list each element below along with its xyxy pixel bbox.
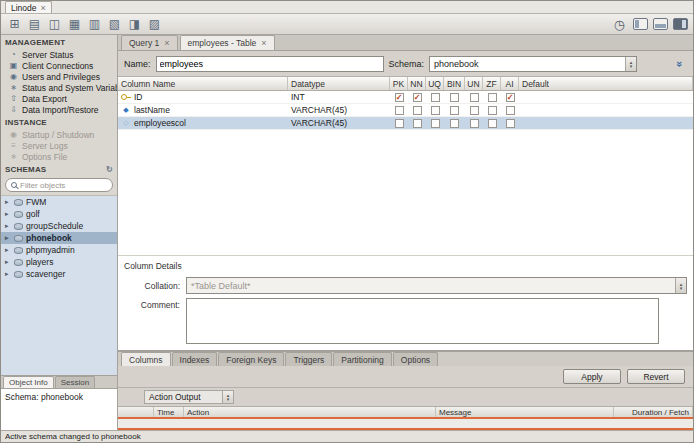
zf-checkbox[interactable] [488,119,497,128]
schema-item-fwm[interactable]: ▸ FWM [1,196,117,208]
nn-checkbox[interactable] [413,119,422,128]
sidebar-item-status-variables[interactable]: ∗ Status and System Variable [1,82,117,93]
combo-stepper-icon[interactable] [625,57,636,71]
create-table-icon[interactable]: ▥ [86,16,103,32]
tab-foreign-keys[interactable]: Foreign Keys [218,352,284,366]
combo-stepper-icon[interactable] [675,278,686,293]
bin-checkbox[interactable] [450,93,459,102]
tab-employees-table[interactable]: employees - Table [180,35,275,50]
expander-icon[interactable]: ▸ [5,234,11,242]
create-schema-icon[interactable]: ▦ [66,16,83,32]
schema-select[interactable]: phonebook [429,56,637,72]
close-icon[interactable] [164,38,169,48]
grid-empty-area[interactable] [118,130,693,255]
tab-query1[interactable]: Query 1 [121,35,178,50]
pk-checkbox[interactable]: ✓ [395,93,404,102]
tab-session[interactable]: Session [55,376,95,388]
close-icon[interactable] [41,3,46,13]
schema-item-phpmyadmin[interactable]: ▸ phpmyadmin [1,244,117,256]
ai-checkbox[interactable] [506,106,515,115]
comment-textarea[interactable] [186,298,659,344]
history-clock-icon[interactable]: ◷ [611,16,628,32]
expander-icon[interactable]: ▸ [5,258,11,266]
un-checkbox[interactable] [470,93,479,102]
output-list[interactable] [118,419,693,430]
inspector-icon[interactable]: ◫ [46,16,63,32]
tab-triggers[interactable]: Triggers [285,352,332,366]
tab-object-info[interactable]: Object Info [3,376,54,388]
toggle-secondary-sidebar-icon[interactable] [673,18,688,30]
header-un[interactable]: UN [465,77,483,90]
tab-columns[interactable]: Columns [121,352,171,366]
create-function-icon[interactable]: ▨ [146,16,163,32]
sidebar-item-server-logs[interactable]: ≡ Server Logs [1,140,117,151]
bin-checkbox[interactable] [450,119,459,128]
close-icon[interactable] [261,38,266,48]
output-header-duration[interactable]: Duration / Fetch [614,407,693,417]
collapse-editor-icon[interactable] [674,56,686,70]
sidebar-item-options-file[interactable]: ∗ Options File [1,151,117,162]
output-header-action[interactable]: Action [184,407,436,417]
pk-checkbox[interactable] [395,106,404,115]
header-nn[interactable]: NN [408,77,426,90]
column-row-lastname[interactable]: lastName VARCHAR(45) [118,104,693,117]
refresh-schemas-icon[interactable]: ↻ [106,165,113,174]
new-query-tab-icon[interactable]: ⊞ [6,16,23,32]
nn-checkbox[interactable]: ✓ [413,93,422,102]
tab-indexes[interactable]: Indexes [172,352,218,366]
column-row-id[interactable]: ID INT ✓ ✓ ✓ [118,91,693,104]
un-checkbox[interactable] [470,119,479,128]
combo-stepper-icon[interactable] [222,391,233,403]
schema-filter-input[interactable] [20,181,107,190]
sidebar-item-client-connections[interactable]: ▣ Client Connections [1,60,117,71]
revert-button[interactable]: Revert [627,369,685,384]
un-checkbox[interactable] [470,106,479,115]
ai-checkbox[interactable] [506,119,515,128]
schema-item-phonebook[interactable]: ▸ phonebook [1,232,117,244]
header-bin[interactable]: BIN [444,77,465,90]
sidebar-item-server-status[interactable]: ◔ Server Status [1,49,117,60]
pk-checkbox[interactable] [395,119,404,128]
header-default[interactable]: Default [519,77,693,90]
expander-icon[interactable]: ▸ [5,198,11,206]
header-pk[interactable]: PK [390,77,408,90]
create-view-icon[interactable]: ▧ [106,16,123,32]
tab-partitioning[interactable]: Partitioning [333,352,392,366]
expander-icon[interactable]: ▸ [5,246,11,254]
toggle-sidebar-icon[interactable] [633,18,648,30]
bin-checkbox[interactable] [450,106,459,115]
schema-item-scavenger[interactable]: ▸ scavenger [1,268,117,280]
apply-button[interactable]: Apply [563,369,621,384]
table-name-input[interactable] [156,56,384,72]
header-ai[interactable]: AI [501,77,519,90]
column-row-employeescol[interactable]: employeescol VARCHAR(45) [118,117,693,130]
expander-icon[interactable]: ▸ [5,222,11,230]
zf-checkbox[interactable] [488,106,497,115]
connection-tab[interactable]: Linode [5,1,52,13]
header-zf[interactable]: ZF [483,77,501,90]
expander-icon[interactable]: ▸ [5,270,11,278]
uq-checkbox[interactable] [431,119,440,128]
output-header-time[interactable]: Time [154,407,184,417]
sidebar-item-data-import[interactable]: ⇩ Data Import/Restore [1,104,117,115]
ai-checkbox[interactable]: ✓ [506,93,515,102]
schema-item-groupschedule[interactable]: ▸ groupSchedule [1,220,117,232]
uq-checkbox[interactable] [431,106,440,115]
open-sql-script-icon[interactable]: ▤ [26,16,43,32]
output-header-message[interactable]: Message [436,407,614,417]
header-uq[interactable]: UQ [426,77,444,90]
sidebar-item-startup-shutdown[interactable]: ◉ Startup / Shutdown [1,129,117,140]
uq-checkbox[interactable] [431,93,440,102]
output-type-select[interactable]: Action Output [144,390,234,404]
header-datatype[interactable]: Datatype [288,77,390,90]
schema-item-golf[interactable]: ▸ golf [1,208,117,220]
toggle-output-panel-icon[interactable] [653,18,668,30]
header-column-name[interactable]: Column Name [118,77,288,90]
schema-item-players[interactable]: ▸ players [1,256,117,268]
collation-select[interactable]: *Table Default* [186,277,687,294]
create-procedure-icon[interactable]: ◨ [126,16,143,32]
nn-checkbox[interactable] [413,106,422,115]
expander-icon[interactable]: ▸ [5,210,11,218]
sidebar-item-users-privileges[interactable]: ◉ Users and Privileges [1,71,117,82]
tab-options[interactable]: Options [393,352,438,366]
